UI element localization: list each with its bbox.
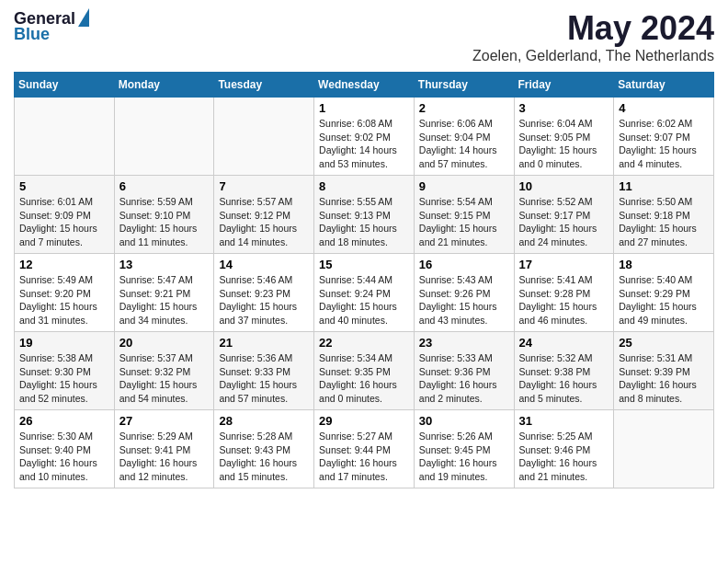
day-number: 24 xyxy=(519,336,609,350)
day-info: Sunrise: 5:38 AM Sunset: 9:30 PM Dayligh… xyxy=(19,351,109,406)
day-number: 27 xyxy=(119,414,210,428)
day-info: Sunrise: 5:29 AM Sunset: 9:41 PM Dayligh… xyxy=(119,430,210,484)
day-number: 22 xyxy=(319,336,409,350)
day-number: 7 xyxy=(219,179,309,193)
cell-w4-d0: 26Sunrise: 5:30 AM Sunset: 9:40 PM Dayli… xyxy=(15,410,115,488)
cell-w2-d1: 13Sunrise: 5:47 AM Sunset: 9:21 PM Dayli… xyxy=(114,254,214,332)
col-header-sunday: Sunday xyxy=(15,73,115,98)
day-info: Sunrise: 5:37 AM Sunset: 9:32 PM Dayligh… xyxy=(119,351,210,406)
week-row-1: 5Sunrise: 6:01 AM Sunset: 9:09 PM Daylig… xyxy=(15,176,714,254)
day-number: 14 xyxy=(219,258,309,271)
cell-w1-d1: 6Sunrise: 5:59 AM Sunset: 9:10 PM Daylig… xyxy=(114,176,214,254)
col-header-friday: Friday xyxy=(514,73,614,98)
day-info: Sunrise: 5:59 AM Sunset: 9:10 PM Dayligh… xyxy=(119,195,210,249)
day-info: Sunrise: 5:43 AM Sunset: 9:26 PM Dayligh… xyxy=(419,273,509,327)
day-number: 28 xyxy=(219,414,309,428)
cell-w4-d1: 27Sunrise: 5:29 AM Sunset: 9:41 PM Dayli… xyxy=(114,410,214,488)
day-number: 20 xyxy=(119,336,210,350)
day-info: Sunrise: 5:25 AM Sunset: 9:46 PM Dayligh… xyxy=(519,430,609,484)
day-number: 31 xyxy=(519,414,609,428)
day-info: Sunrise: 5:50 AM Sunset: 9:18 PM Dayligh… xyxy=(619,195,709,249)
title-block: May 2024 Zoelen, Gelderland, The Netherl… xyxy=(472,9,714,64)
cell-w0-d2 xyxy=(214,98,314,176)
day-number: 16 xyxy=(419,258,509,271)
day-number: 6 xyxy=(119,179,210,193)
cell-w0-d4: 2Sunrise: 6:06 AM Sunset: 9:04 PM Daylig… xyxy=(414,98,514,176)
col-header-saturday: Saturday xyxy=(614,73,714,98)
day-info: Sunrise: 5:55 AM Sunset: 9:13 PM Dayligh… xyxy=(319,195,409,249)
day-number: 9 xyxy=(419,179,509,193)
cell-w4-d3: 29Sunrise: 5:27 AM Sunset: 9:44 PM Dayli… xyxy=(314,410,415,488)
day-info: Sunrise: 5:36 AM Sunset: 9:33 PM Dayligh… xyxy=(219,351,309,406)
cell-w2-d5: 17Sunrise: 5:41 AM Sunset: 9:28 PM Dayli… xyxy=(514,254,614,332)
subtitle: Zoelen, Gelderland, The Netherlands xyxy=(472,48,714,64)
day-info: Sunrise: 5:28 AM Sunset: 9:43 PM Dayligh… xyxy=(219,430,309,484)
day-info: Sunrise: 5:27 AM Sunset: 9:44 PM Dayligh… xyxy=(319,430,409,484)
day-info: Sunrise: 5:30 AM Sunset: 9:40 PM Dayligh… xyxy=(19,430,109,484)
day-info: Sunrise: 5:40 AM Sunset: 9:29 PM Dayligh… xyxy=(619,273,709,327)
cell-w3-d5: 24Sunrise: 5:32 AM Sunset: 9:38 PM Dayli… xyxy=(514,332,614,410)
day-info: Sunrise: 5:52 AM Sunset: 9:17 PM Dayligh… xyxy=(519,195,609,249)
day-number: 8 xyxy=(319,179,409,193)
day-number: 21 xyxy=(219,336,309,350)
calendar-table: SundayMondayTuesdayWednesdayThursdayFrid… xyxy=(14,72,714,488)
week-row-2: 12Sunrise: 5:49 AM Sunset: 9:20 PM Dayli… xyxy=(15,254,714,332)
cell-w0-d6: 4Sunrise: 6:02 AM Sunset: 9:07 PM Daylig… xyxy=(614,98,714,176)
week-row-0: 1Sunrise: 6:08 AM Sunset: 9:02 PM Daylig… xyxy=(15,98,714,176)
cell-w2-d6: 18Sunrise: 5:40 AM Sunset: 9:29 PM Dayli… xyxy=(614,254,714,332)
cell-w1-d4: 9Sunrise: 5:54 AM Sunset: 9:15 PM Daylig… xyxy=(414,176,514,254)
cell-w4-d4: 30Sunrise: 5:26 AM Sunset: 9:45 PM Dayli… xyxy=(414,410,514,488)
week-row-3: 19Sunrise: 5:38 AM Sunset: 9:30 PM Dayli… xyxy=(15,332,714,410)
day-info: Sunrise: 5:31 AM Sunset: 9:39 PM Dayligh… xyxy=(619,351,709,406)
col-header-monday: Monday xyxy=(114,73,214,98)
cell-w2-d2: 14Sunrise: 5:46 AM Sunset: 9:23 PM Dayli… xyxy=(214,254,314,332)
day-info: Sunrise: 5:41 AM Sunset: 9:28 PM Dayligh… xyxy=(519,273,609,327)
day-info: Sunrise: 5:34 AM Sunset: 9:35 PM Dayligh… xyxy=(319,351,409,406)
page-header: General Blue May 2024 Zoelen, Gelderland… xyxy=(14,9,714,64)
day-number: 18 xyxy=(619,258,709,271)
col-header-thursday: Thursday xyxy=(414,73,514,98)
day-number: 17 xyxy=(519,258,609,271)
main-title: May 2024 xyxy=(472,9,714,48)
cell-w4-d5: 31Sunrise: 5:25 AM Sunset: 9:46 PM Dayli… xyxy=(514,410,614,488)
day-number: 3 xyxy=(519,101,609,115)
day-info: Sunrise: 5:26 AM Sunset: 9:45 PM Dayligh… xyxy=(419,430,509,484)
cell-w1-d6: 11Sunrise: 5:50 AM Sunset: 9:18 PM Dayli… xyxy=(614,176,714,254)
cell-w3-d1: 20Sunrise: 5:37 AM Sunset: 9:32 PM Dayli… xyxy=(114,332,214,410)
cell-w0-d1 xyxy=(114,98,214,176)
cell-w4-d6 xyxy=(614,410,714,488)
day-number: 25 xyxy=(619,336,709,350)
cell-w3-d3: 22Sunrise: 5:34 AM Sunset: 9:35 PM Dayli… xyxy=(314,332,415,410)
day-info: Sunrise: 5:47 AM Sunset: 9:21 PM Dayligh… xyxy=(119,273,210,327)
cell-w3-d2: 21Sunrise: 5:36 AM Sunset: 9:33 PM Dayli… xyxy=(214,332,314,410)
day-info: Sunrise: 5:46 AM Sunset: 9:23 PM Dayligh… xyxy=(219,273,309,327)
cell-w1-d2: 7Sunrise: 5:57 AM Sunset: 9:12 PM Daylig… xyxy=(214,176,314,254)
day-info: Sunrise: 6:08 AM Sunset: 9:02 PM Dayligh… xyxy=(319,117,409,171)
week-row-4: 26Sunrise: 5:30 AM Sunset: 9:40 PM Dayli… xyxy=(15,410,714,488)
cell-w4-d2: 28Sunrise: 5:28 AM Sunset: 9:43 PM Dayli… xyxy=(214,410,314,488)
cell-w3-d4: 23Sunrise: 5:33 AM Sunset: 9:36 PM Dayli… xyxy=(414,332,514,410)
logo-blue-text: Blue xyxy=(14,25,50,44)
day-number: 4 xyxy=(619,101,709,115)
day-number: 5 xyxy=(19,179,109,193)
day-info: Sunrise: 6:01 AM Sunset: 9:09 PM Dayligh… xyxy=(19,195,109,249)
logo: General Blue xyxy=(14,9,89,44)
day-number: 2 xyxy=(419,101,509,115)
cell-w1-d5: 10Sunrise: 5:52 AM Sunset: 9:17 PM Dayli… xyxy=(514,176,614,254)
col-header-wednesday: Wednesday xyxy=(314,73,415,98)
day-number: 26 xyxy=(19,414,109,428)
col-header-tuesday: Tuesday xyxy=(214,73,314,98)
day-info: Sunrise: 6:04 AM Sunset: 9:05 PM Dayligh… xyxy=(519,117,609,171)
cell-w2-d4: 16Sunrise: 5:43 AM Sunset: 9:26 PM Dayli… xyxy=(414,254,514,332)
day-info: Sunrise: 5:32 AM Sunset: 9:38 PM Dayligh… xyxy=(519,351,609,406)
day-info: Sunrise: 6:02 AM Sunset: 9:07 PM Dayligh… xyxy=(619,117,709,171)
day-number: 30 xyxy=(419,414,509,428)
day-number: 11 xyxy=(619,179,709,193)
cell-w0-d5: 3Sunrise: 6:04 AM Sunset: 9:05 PM Daylig… xyxy=(514,98,614,176)
day-number: 19 xyxy=(19,336,109,350)
cell-w3-d6: 25Sunrise: 5:31 AM Sunset: 9:39 PM Dayli… xyxy=(614,332,714,410)
day-number: 29 xyxy=(319,414,409,428)
day-info: Sunrise: 5:54 AM Sunset: 9:15 PM Dayligh… xyxy=(419,195,509,249)
cell-w1-d3: 8Sunrise: 5:55 AM Sunset: 9:13 PM Daylig… xyxy=(314,176,415,254)
cell-w0-d0 xyxy=(15,98,115,176)
